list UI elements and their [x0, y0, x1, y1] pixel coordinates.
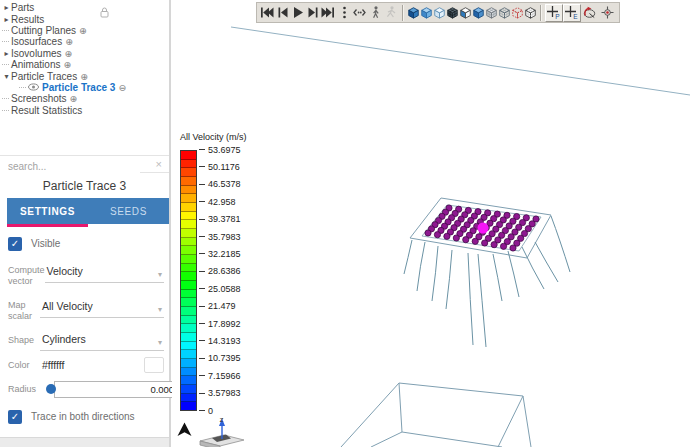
domain-edge-line [231, 27, 690, 95]
run-icon [383, 4, 399, 22]
tree-item-particle-trace-3[interactable]: Particle Trace 3⊖ [2, 82, 167, 93]
legend-value: 28.6386 [199, 266, 241, 276]
legend-color-segment [181, 333, 196, 342]
legend-value: 3.57983 [199, 388, 241, 398]
cube-shaded-dark-icon[interactable] [407, 4, 420, 22]
tree-item-results[interactable]: ▸Results [2, 13, 167, 24]
legend-value: 35.7983 [199, 232, 241, 242]
particle-streamline [493, 254, 502, 301]
legend-color-segment [181, 151, 196, 160]
legend-title: All Velocity (m/s) [180, 132, 247, 142]
legend-color-segment [181, 402, 196, 410]
color-swatch[interactable] [144, 357, 164, 373]
cube-wireframe-icon[interactable] [498, 4, 511, 22]
add-icon[interactable]: ⊕ [79, 25, 87, 36]
legend-color-segment [181, 220, 196, 229]
particle-streamline [468, 253, 473, 345]
shape-row: Shape Cylinders ▾ [8, 330, 164, 351]
cube-half-shaded-icon[interactable] [459, 4, 472, 22]
add-icon[interactable]: ⊕ [65, 36, 73, 47]
visibility-eye-icon[interactable] [28, 83, 39, 91]
shape-select[interactable]: Cylinders ▾ [40, 330, 164, 351]
cube-mesh-dark-icon[interactable] [446, 4, 459, 22]
legend-color-segment [181, 229, 196, 238]
tree-item-cutting-planes[interactable]: Cutting Planes⊕ [2, 25, 167, 36]
legend-value: 10.7395 [199, 353, 241, 363]
legend-color-segment [181, 368, 196, 377]
cube-hidden-line-icon[interactable] [524, 4, 537, 22]
particle-seed [510, 245, 516, 251]
step-back-icon[interactable] [275, 4, 291, 22]
application-window: ▸Parts▸ResultsCutting Planes⊕Isosurfaces… [0, 0, 690, 447]
panel-title: Particle Trace 3 [43, 179, 126, 193]
particle-seed [482, 240, 488, 246]
search-input[interactable] [0, 159, 140, 175]
play-icon[interactable] [290, 4, 306, 22]
left-panel: ▸Parts▸ResultsCutting Planes⊕Isosurfaces… [0, 0, 171, 447]
map-scalar-select[interactable]: All Velocity ▾ [40, 297, 164, 318]
pick-center-icon[interactable] [599, 4, 617, 22]
skip-start-icon[interactable] [259, 4, 275, 22]
rotate-view-icon[interactable] [581, 4, 599, 22]
step-forward-icon[interactable] [306, 4, 322, 22]
legend-color-segment [181, 168, 196, 177]
more-vert-icon[interactable] [337, 4, 353, 22]
map-scalar-row: Map scalar All Velocity ▾ [8, 297, 164, 322]
tree-item-animations[interactable]: Animations⊕ [2, 59, 167, 70]
tab-seeds[interactable]: SEEDS [88, 198, 169, 224]
legend-color-segment [181, 203, 196, 212]
legend-color-segment [181, 255, 196, 264]
walk-icon[interactable] [368, 4, 384, 22]
expand-icon[interactable]: ▸ [2, 3, 11, 12]
tree-item-isovolumes[interactable]: ▸Isovolumes⊕ [2, 48, 167, 59]
remove-icon[interactable]: ⊖ [118, 82, 126, 93]
legend-color-segment [181, 307, 196, 316]
home-view-icon[interactable] [177, 422, 192, 441]
tree-item-particle-traces[interactable]: ▾Particle Traces⊕ [2, 70, 167, 81]
crosshair-e-icon[interactable]: E [563, 4, 581, 22]
add-icon[interactable]: ⊕ [65, 48, 73, 59]
cube-mesh-gray-icon[interactable] [485, 4, 498, 22]
add-icon[interactable]: ⊕ [63, 59, 71, 70]
tree-item-isosurfaces[interactable]: Isosurfaces⊕ [2, 36, 167, 47]
cube-feature-red-icon[interactable] [511, 4, 524, 22]
expand-icon[interactable]: ▸ [2, 49, 11, 58]
legend-color-segment [181, 290, 196, 299]
particle-streamline [404, 240, 412, 274]
legend-color-segment [181, 272, 196, 281]
skip-end-icon[interactable] [321, 4, 337, 22]
crosshair-p-icon[interactable]: P [545, 4, 563, 22]
lock-icon[interactable] [100, 4, 109, 22]
add-icon[interactable]: ⊕ [70, 93, 78, 104]
particle-seed [491, 242, 497, 248]
tree-item-result-statistics[interactable]: Result Statistics [2, 105, 167, 116]
viewport-3d[interactable]: PE All Velocity (m/s) 53.697550.117646.5… [172, 0, 690, 447]
color-label: Color [8, 357, 40, 371]
axis-triad[interactable]: z [198, 413, 258, 447]
add-icon[interactable]: ⊕ [80, 71, 88, 82]
legend-color-segment [181, 177, 196, 186]
particle-streamline [551, 216, 570, 272]
panel-bottom-strip [0, 437, 169, 447]
expand-icon[interactable]: ▸ [2, 15, 11, 24]
legend-value: 46.5378 [199, 179, 241, 189]
compute-vector-select[interactable]: Velocity ▾ [45, 262, 164, 283]
tree-item-parts[interactable]: ▸Parts [2, 2, 167, 13]
tree-item-screenshots[interactable]: Screenshots⊕ [2, 93, 167, 104]
legend-color-segment [181, 350, 196, 359]
legend-color-segment [181, 238, 196, 247]
slider-handle[interactable] [46, 384, 56, 394]
tab-settings[interactable]: SETTINGS [7, 198, 88, 224]
box-wireframe-edge [399, 383, 523, 396]
probe-code-icon[interactable] [352, 4, 368, 22]
clear-search-icon[interactable]: × [156, 158, 162, 170]
cube-shaded-smooth-icon[interactable] [420, 4, 433, 22]
cube-shaded-blue-icon[interactable] [472, 4, 485, 22]
trace-both-checkbox[interactable]: ✓ [8, 410, 22, 424]
active-tab-underline [7, 224, 88, 227]
main-toolbar: PE [256, 2, 620, 23]
collapse-icon[interactable]: ▾ [2, 72, 11, 81]
cube-flat-light-icon[interactable] [433, 4, 446, 22]
visible-checkbox[interactable]: ✓ [8, 237, 22, 251]
legend-value: 7.15966 [199, 371, 241, 381]
